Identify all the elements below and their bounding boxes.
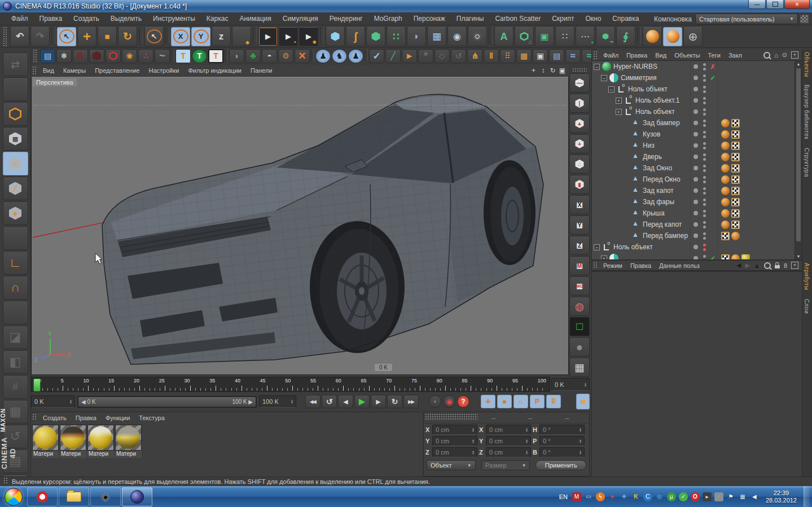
- menu-item[interactable]: Скрипт: [546, 15, 580, 23]
- z-plane-icon[interactable]: ■ Z: [569, 236, 590, 255]
- expander-icon[interactable]: [594, 244, 600, 250]
- menu-item[interactable]: MoGraph: [368, 15, 408, 23]
- panel-grip[interactable]: [593, 51, 598, 59]
- layout-dropdown[interactable]: Стартовая (пользователь)▼: [695, 14, 798, 24]
- start-button[interactable]: [5, 488, 23, 506]
- wrench-icon[interactable]: ⚙: [278, 49, 293, 63]
- material-thumbnail[interactable]: [87, 425, 114, 451]
- convert-object-icon[interactable]: ⇄: [3, 52, 28, 76]
- column-grip[interactable]: [572, 68, 587, 72]
- edge-cut-cube-icon[interactable]: |: [569, 94, 590, 113]
- tag-icon[interactable]: [731, 130, 740, 139]
- atom-icon[interactable]: ★: [608, 492, 617, 501]
- visibility-dots[interactable]: [701, 210, 708, 217]
- tree-row[interactable]: Перед бампер: [592, 230, 802, 241]
- goto-start-icon[interactable]: ◀◀: [305, 395, 321, 408]
- tree-row[interactable]: Зад фары: [592, 196, 802, 208]
- home-icon[interactable]: ⌂: [774, 52, 778, 59]
- size-z-field[interactable]: 0 cm▴▾: [486, 447, 531, 457]
- key-icon[interactable]: K: [631, 492, 640, 501]
- flag-icon[interactable]: ⚑: [726, 492, 735, 501]
- frame-range-scrollbar[interactable]: ◀ 0 K 100 K ▶: [77, 396, 257, 408]
- tail-icon[interactable]: ~: [155, 49, 170, 63]
- y-plane-icon[interactable]: ■ Y: [569, 215, 590, 235]
- pen-icon[interactable]: ▶: [402, 49, 417, 63]
- menu-item[interactable]: Правка: [34, 15, 68, 23]
- show-desktop-button[interactable]: [804, 486, 810, 507]
- usb-icon[interactable]: ✓: [714, 492, 723, 501]
- camera-tray-icon[interactable]: ◎: [655, 492, 664, 501]
- tag-icon[interactable]: [721, 187, 730, 195]
- size-y-field[interactable]: 0 cm▴▾: [486, 436, 531, 446]
- layer-dot[interactable]: [690, 230, 701, 241]
- edge-mode-icon[interactable]: ╱: [3, 177, 28, 200]
- render-picture-icon[interactable]: ▶ ▪: [279, 27, 298, 46]
- environment-icon[interactable]: ▣: [535, 27, 554, 46]
- menu-item[interactable]: Создать: [68, 15, 105, 23]
- expander-icon[interactable]: [616, 98, 622, 104]
- timeline-ruler[interactable]: 0510152025303540455055606570758085909510…: [31, 377, 550, 392]
- object-manager-menu-item[interactable]: Правка: [622, 52, 651, 59]
- cut-cube-icon[interactable]: —: [569, 73, 590, 92]
- array-icon[interactable]: ∷: [387, 27, 406, 46]
- redo-icon[interactable]: ↷: [30, 27, 50, 46]
- vegetation-icon[interactable]: ♣: [245, 49, 261, 63]
- separator[interactable]: [165, 27, 169, 44]
- material-menu-item[interactable]: Функции: [101, 415, 134, 421]
- tag-icon[interactable]: [721, 198, 730, 206]
- explosion-icon[interactable]: ★: [122, 49, 137, 63]
- viewport-menu-item[interactable]: Вид: [38, 67, 59, 74]
- separator[interactable]: [365, 49, 368, 61]
- max-frame-field[interactable]: 100 K▴▾: [259, 395, 296, 408]
- tag-icon[interactable]: [721, 153, 730, 161]
- layer-dot[interactable]: [690, 185, 701, 196]
- apply-button[interactable]: Применить: [536, 460, 586, 470]
- gap[interactable]: [3, 77, 28, 101]
- figure-walk-icon[interactable]: ♟: [348, 49, 363, 63]
- tag-icon[interactable]: [721, 254, 730, 260]
- taskbar-explorer-button[interactable]: [59, 487, 89, 506]
- expander-icon[interactable]: [623, 154, 629, 160]
- object-manager-menu-item[interactable]: Объекты: [670, 52, 704, 59]
- tag-icon[interactable]: [731, 254, 740, 260]
- history-icon[interactable]: 8: [784, 262, 787, 269]
- layer-dot[interactable]: [690, 208, 701, 219]
- globe-icon[interactable]: ⊕: [683, 27, 703, 46]
- expander-icon[interactable]: [623, 210, 629, 217]
- expander-icon[interactable]: [623, 199, 629, 205]
- separator[interactable]: [225, 49, 228, 61]
- mograph-m-icon[interactable]: ■ M: [569, 256, 590, 275]
- utorrent-icon[interactable]: µ: [667, 492, 676, 501]
- panel-grip[interactable]: [593, 262, 598, 269]
- expander-icon[interactable]: [623, 233, 629, 239]
- material-item[interactable]: Матери: [60, 425, 86, 458]
- zoom-view-icon[interactable]: ↕: [539, 67, 547, 74]
- visibility-dots[interactable]: [701, 199, 708, 206]
- magnet-snap-icon[interactable]: ∩: [3, 276, 28, 299]
- attribute-manager-menu-item[interactable]: Режим: [599, 262, 626, 269]
- material-thumbnail[interactable]: [115, 425, 142, 451]
- visibility-dots[interactable]: [701, 244, 708, 251]
- tag-icon[interactable]: [721, 221, 730, 229]
- eye-icon[interactable]: ⊙: [782, 51, 787, 59]
- scroll-down-icon[interactable]: ▼: [795, 254, 802, 258]
- play-icon[interactable]: ▶: [354, 395, 370, 408]
- tree-row[interactable]: Ноль объект.1: [592, 95, 802, 106]
- console-icon[interactable]: ▸: [703, 492, 712, 501]
- blueprint-icon[interactable]: ▤: [40, 49, 55, 63]
- gap[interactable]: [3, 226, 28, 250]
- layer-dot[interactable]: [690, 61, 701, 72]
- layer-dot[interactable]: [690, 174, 701, 185]
- tag-icon[interactable]: [731, 187, 740, 195]
- tree-row[interactable]: Ноль объект: [592, 106, 802, 117]
- scroll-up-icon[interactable]: ▲: [795, 62, 802, 66]
- tag-icon[interactable]: [721, 209, 730, 218]
- scale-lock-icon[interactable]: ■: [497, 395, 512, 408]
- panel-grip[interactable]: [32, 413, 37, 421]
- maximize-view-icon[interactable]: ▣: [558, 67, 567, 74]
- figure-icon[interactable]: ♟: [315, 49, 331, 63]
- material-menu-item[interactable]: Правка: [71, 415, 101, 421]
- layer-dot[interactable]: [690, 151, 701, 162]
- material-menu-item[interactable]: Текстура: [134, 415, 169, 421]
- tool-a-icon[interactable]: *: [418, 49, 433, 63]
